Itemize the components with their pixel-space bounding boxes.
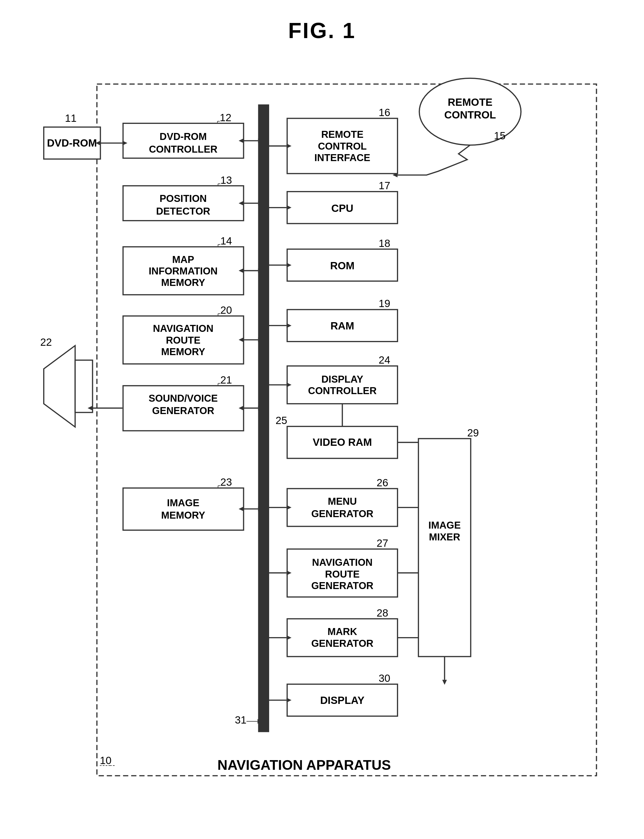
svg-rect-61 xyxy=(123,316,243,364)
svg-marker-38 xyxy=(258,201,263,206)
svg-text:REMOTE: REMOTE xyxy=(321,129,363,140)
svg-text:INFORMATION: INFORMATION xyxy=(149,265,217,276)
svg-text:CPU: CPU xyxy=(331,202,353,214)
svg-text:ROUTE: ROUTE xyxy=(325,569,360,580)
svg-text:MEMORY: MEMORY xyxy=(161,510,205,521)
svg-rect-77 xyxy=(123,386,243,431)
svg-marker-104 xyxy=(418,440,423,444)
svg-text:20: 20 xyxy=(220,304,232,316)
svg-marker-24 xyxy=(287,143,291,148)
svg-marker-85 xyxy=(258,406,263,410)
svg-marker-99 xyxy=(340,426,345,431)
svg-text:MARK: MARK xyxy=(327,626,357,637)
svg-text:DISPLAY: DISPLAY xyxy=(321,373,363,385)
svg-text:NAVIGATION APPARATUS: NAVIGATION APPARATUS xyxy=(217,757,391,773)
svg-marker-89 xyxy=(88,406,92,410)
svg-rect-1 xyxy=(258,104,269,732)
svg-rect-105 xyxy=(123,488,243,530)
svg-marker-70 xyxy=(258,337,263,342)
svg-text:24: 24 xyxy=(379,354,391,366)
svg-rect-5 xyxy=(123,123,243,158)
svg-text:MEMORY: MEMORY xyxy=(161,346,205,357)
svg-text:31: 31 xyxy=(235,714,247,725)
svg-marker-153 xyxy=(287,698,291,702)
svg-marker-147 xyxy=(442,680,447,684)
svg-rect-71 xyxy=(287,309,398,342)
svg-rect-142 xyxy=(418,439,471,656)
svg-text:ROUTE: ROUTE xyxy=(166,335,200,346)
svg-marker-113 xyxy=(258,507,263,511)
svg-marker-86 xyxy=(44,346,75,427)
svg-text:INTERFACE: INTERFACE xyxy=(314,152,370,163)
svg-marker-15 xyxy=(239,138,243,143)
diagram-container: DVD-ROM 11 DVD-ROM CONTROLLER 12 REMOTE … xyxy=(26,55,618,811)
svg-marker-122 xyxy=(418,505,423,510)
svg-marker-29 xyxy=(393,173,398,177)
svg-text:13: 13 xyxy=(220,174,232,186)
svg-text:27: 27 xyxy=(377,537,388,549)
svg-text:MEMORY: MEMORY xyxy=(161,277,205,288)
svg-marker-119 xyxy=(264,505,269,510)
svg-marker-44 xyxy=(287,205,291,210)
svg-text:29: 29 xyxy=(467,427,479,439)
svg-text:21: 21 xyxy=(220,374,232,386)
svg-text:NAVIGATION: NAVIGATION xyxy=(312,557,373,568)
svg-rect-91 xyxy=(287,366,398,404)
svg-text:17: 17 xyxy=(379,180,391,191)
svg-text:11: 11 xyxy=(65,112,77,124)
svg-marker-53 xyxy=(239,268,243,273)
svg-marker-16 xyxy=(258,138,263,143)
svg-text:26: 26 xyxy=(377,477,388,489)
svg-marker-130 xyxy=(287,571,291,575)
svg-marker-59 xyxy=(264,263,269,268)
svg-marker-129 xyxy=(264,571,269,575)
svg-rect-100 xyxy=(287,426,398,459)
svg-text:DETECTOR: DETECTOR xyxy=(156,206,210,217)
svg-text:CONTROL: CONTROL xyxy=(318,141,367,152)
svg-text:MIXER: MIXER xyxy=(429,531,460,543)
svg-text:19: 19 xyxy=(379,298,391,309)
svg-text:DISPLAY: DISPLAY xyxy=(320,694,365,706)
svg-text:GENERATOR: GENERATOR xyxy=(152,405,214,416)
svg-marker-138 xyxy=(264,635,269,640)
svg-text:GENERATOR: GENERATOR xyxy=(311,508,373,519)
svg-rect-55 xyxy=(287,249,398,281)
svg-text:DVD-ROM: DVD-ROM xyxy=(47,137,97,149)
svg-text:14: 14 xyxy=(220,235,232,247)
svg-marker-152 xyxy=(264,698,269,702)
svg-marker-84 xyxy=(239,406,243,410)
svg-text:23: 23 xyxy=(220,476,232,488)
svg-marker-75 xyxy=(264,323,269,328)
svg-text:ROM: ROM xyxy=(330,260,355,271)
svg-rect-148 xyxy=(287,684,398,716)
svg-rect-30 xyxy=(123,186,243,220)
svg-text:GENERATOR: GENERATOR xyxy=(311,580,373,591)
svg-marker-112 xyxy=(239,507,243,511)
svg-text:MAP: MAP xyxy=(172,254,194,265)
svg-marker-141 xyxy=(418,635,423,640)
svg-text:25: 25 xyxy=(276,415,287,426)
svg-text:NAVIGATION: NAVIGATION xyxy=(153,323,213,334)
svg-text:IMAGE: IMAGE xyxy=(428,520,461,531)
svg-text:10: 10 xyxy=(100,755,112,766)
svg-text:VIDEO RAM: VIDEO RAM xyxy=(313,436,372,448)
svg-text:SOUND/VOICE: SOUND/VOICE xyxy=(149,393,218,404)
svg-text:POSITION: POSITION xyxy=(159,193,207,204)
svg-text:IMAGE: IMAGE xyxy=(167,497,199,508)
svg-text:DVD-ROM: DVD-ROM xyxy=(159,131,207,142)
page-title: FIG. 1 xyxy=(0,0,644,55)
svg-marker-132 xyxy=(418,571,423,575)
svg-text:REMOTE: REMOTE xyxy=(448,96,492,108)
svg-rect-123 xyxy=(287,549,398,597)
svg-text:CONTROLLER: CONTROLLER xyxy=(149,143,217,155)
svg-rect-114 xyxy=(287,489,398,526)
svg-text:16: 16 xyxy=(379,107,391,118)
svg-text:CONTROL: CONTROL xyxy=(444,109,496,120)
svg-text:22: 22 xyxy=(40,336,52,348)
svg-marker-156 xyxy=(258,719,263,724)
svg-marker-43 xyxy=(264,205,269,210)
svg-text:30: 30 xyxy=(379,673,391,684)
svg-marker-120 xyxy=(287,505,291,510)
svg-text:18: 18 xyxy=(379,238,391,249)
svg-marker-13 xyxy=(122,141,127,145)
